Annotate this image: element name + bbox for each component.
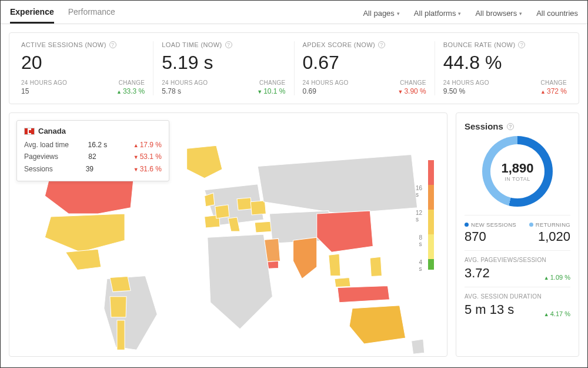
country-mexico — [66, 249, 101, 270]
country-russia — [258, 154, 417, 214]
tt-change: ▼53.1 % — [126, 151, 162, 163]
kpi-change-value: 3.90 % — [404, 87, 426, 95]
agg-label: AVG. PAGEVIEWS/SESSION — [465, 257, 570, 263]
country-chile — [117, 320, 125, 350]
country-malaysia — [335, 277, 350, 287]
split-value: 870 — [465, 229, 517, 244]
filter-countries-label: All countries — [536, 9, 578, 18]
kpi-change-label: CHANGE — [257, 79, 285, 86]
sessions-total-label: IN TOTAL — [505, 176, 530, 182]
filter-browsers[interactable]: All browsers▾ — [475, 9, 522, 18]
tab-list: Experience Performance — [10, 1, 115, 24]
country-peru — [110, 297, 126, 317]
filter-pages[interactable]: All pages▾ — [363, 9, 399, 18]
main-content: Canada Avg. load time16.2 s▲17.9 % Pagev… — [9, 112, 579, 357]
kpi-title: BOUNCE RATE (NOW) — [443, 41, 516, 48]
sessions-new: NEW SESSIONS 870 — [465, 221, 517, 244]
help-icon[interactable]: ? — [518, 41, 525, 48]
split-label: NEW SESSIONS — [471, 221, 516, 228]
country-france — [215, 205, 229, 218]
tt-label: Pageviews — [24, 151, 58, 163]
map-legend: 16 s 12 s 8 s 4 s — [428, 160, 434, 270]
tab-performance[interactable]: Performance — [68, 1, 115, 24]
kpi-ago-value: 15 — [21, 87, 67, 95]
split-value: 1,020 — [517, 229, 570, 244]
country-ukraine — [250, 201, 266, 215]
kpi-change-label: CHANGE — [540, 79, 567, 86]
donut-center: 1,890 IN TOTAL — [490, 144, 544, 198]
country-africa — [208, 234, 273, 329]
help-icon[interactable]: ? — [378, 41, 385, 48]
legend-tick: 4 s — [419, 259, 422, 272]
tt-label: Avg. load time — [24, 139, 69, 151]
filter-platforms-label: All platforms — [414, 9, 456, 18]
triangle-up-icon: ▲ — [544, 311, 549, 317]
kpi-load-time: LOAD TIME (NOW)? 5.19 s 24 HOURS AGO5.78… — [153, 41, 294, 95]
country-nz — [412, 339, 425, 354]
country-greenland — [187, 145, 222, 178]
help-icon[interactable]: ? — [225, 41, 232, 48]
kpi-title: ACTIVE SESSIONS (NOW) — [21, 41, 106, 48]
help-icon[interactable]: ? — [109, 41, 116, 48]
sessions-total: 1,890 — [501, 161, 533, 176]
kpi-ago-label: 24 HOURS AGO — [21, 79, 67, 86]
kpi-ago-value: 5.78 s — [162, 87, 208, 95]
kpi-change-value: 372 % — [547, 87, 567, 95]
triangle-down-icon: ▼ — [397, 89, 403, 95]
kpi-change: ▼10.1 % — [257, 87, 285, 95]
country-india — [293, 237, 317, 279]
kpi-active-sessions: ACTIVE SESSIONS (NOW)? 20 24 HOURS AGO15… — [13, 41, 153, 95]
kpi-change: ▲33.3 % — [116, 87, 145, 95]
avg-duration: AVG. SESSION DURATION 5 m 13 s▲4.17 % — [465, 287, 570, 323]
dot-icon — [529, 223, 533, 227]
agg-change: ▲1.09 % — [544, 274, 570, 281]
kpi-ago-value: 9.50 % — [443, 87, 489, 95]
agg-value: 3.72 — [465, 266, 490, 281]
country-australia — [349, 306, 406, 344]
legend-tick: 16 s — [416, 185, 422, 198]
kpi-change-label: CHANGE — [397, 79, 426, 86]
country-china — [317, 211, 373, 252]
kpi-ago-value: 0.69 — [303, 87, 349, 95]
dot-icon — [465, 223, 469, 227]
tt-label: Sessions — [24, 163, 53, 175]
sessions-title: Sessions — [465, 121, 503, 131]
sessions-returning: RETURNING 1,020 — [517, 221, 570, 244]
country-thailand — [329, 254, 340, 276]
tab-experience[interactable]: Experience — [10, 1, 54, 24]
triangle-down-icon: ▼ — [133, 167, 139, 173]
avg-pageviews: AVG. PAGEVIEWS/SESSION 3.72▲1.09 % — [465, 250, 570, 287]
kpi-apdex: APDEX SCORE (NOW)? 0.67 24 HOURS AGO0.69… — [295, 41, 435, 95]
triangle-up-icon: ▲ — [116, 89, 122, 95]
kpi-value: 20 — [21, 52, 145, 74]
filter-bar: All pages▾ All platforms▾ All browsers▾ … — [363, 9, 578, 24]
split-label: RETURNING — [536, 221, 570, 228]
tt-value: 82 — [88, 151, 96, 163]
filter-countries[interactable]: All countries — [536, 9, 578, 18]
kpi-value: 44.8 % — [443, 52, 567, 74]
triangle-up-icon: ▲ — [133, 142, 139, 148]
filter-browsers-label: All browsers — [475, 9, 517, 18]
kpi-change: ▲372 % — [540, 87, 567, 95]
flag-canada-icon — [24, 128, 35, 135]
filter-platforms[interactable]: All platforms▾ — [414, 9, 462, 18]
legend-tick: 8 s — [419, 234, 422, 247]
tt-change: ▲17.9 % — [126, 139, 162, 151]
kpi-row: ACTIVE SESSIONS (NOW)? 20 24 HOURS AGO15… — [9, 32, 579, 104]
agg-value: 5 m 13 s — [465, 302, 514, 317]
country-usa — [45, 214, 125, 252]
kpi-change-value: 33.3 % — [123, 87, 145, 95]
triangle-up-icon: ▲ — [540, 89, 546, 95]
top-bar: Experience Performance All pages▾ All pl… — [1, 1, 587, 24]
sessions-donut[interactable]: 1,890 IN TOTAL — [482, 136, 553, 207]
kpi-bounce: BOUNCE RATE (NOW)? 44.8 % 24 HOURS AGO9.… — [435, 41, 575, 95]
help-icon[interactable]: ? — [507, 123, 514, 130]
kpi-title: LOAD TIME (NOW) — [162, 41, 222, 48]
kpi-ago-label: 24 HOURS AGO — [443, 79, 489, 86]
kpi-change-value: 10.1 % — [263, 87, 285, 95]
chevron-down-icon: ▾ — [519, 11, 522, 16]
triangle-down-icon: ▼ — [133, 154, 139, 160]
sessions-card: Sessions? 1,890 IN TOTAL NEW SESSIONS 87… — [456, 112, 579, 357]
kpi-value: 5.19 s — [162, 52, 285, 74]
kpi-value: 0.67 — [303, 52, 426, 74]
